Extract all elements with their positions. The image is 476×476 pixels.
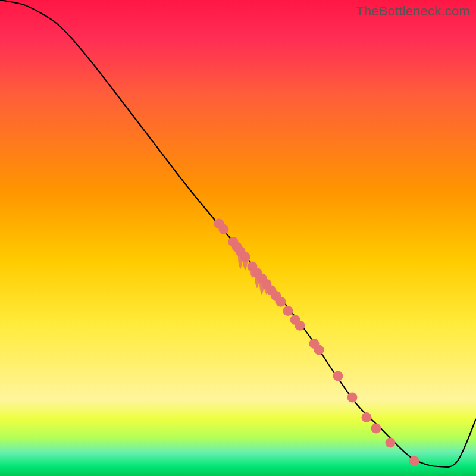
data-point (219, 224, 229, 234)
bottleneck-curve (0, 0, 476, 467)
chart-container: TheBottleneck.com (0, 0, 476, 476)
data-point (371, 424, 381, 434)
data-point (409, 456, 419, 466)
watermark-text: TheBottleneck.com (356, 4, 470, 19)
data-point (314, 345, 324, 355)
data-point (333, 371, 343, 381)
data-points-group (214, 219, 419, 466)
data-point (362, 412, 372, 422)
data-point (347, 393, 358, 403)
data-point (240, 252, 250, 262)
data-point (283, 306, 293, 316)
data-point (295, 321, 305, 331)
data-point (386, 438, 396, 448)
data-point (276, 297, 286, 307)
plot-svg (0, 0, 476, 476)
